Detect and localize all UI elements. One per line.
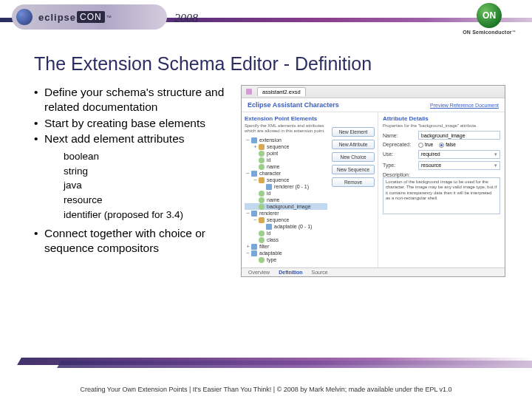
attr-icon	[259, 231, 265, 236]
attr-icon	[259, 204, 265, 210]
tab-overview[interactable]: Overview	[246, 269, 272, 276]
on-semiconductor-logo: ON ON Semiconductor™	[463, 3, 516, 35]
sub-bullet-java: java	[64, 178, 239, 193]
description-textarea[interactable]: Location of the background image to be u…	[383, 177, 500, 214]
editor-header: Eclipse Assistant Characters Preview Ref…	[242, 98, 505, 112]
new-element-button[interactable]: New Element	[332, 127, 375, 137]
editor-body: Extension Point Elements Specify the XML…	[242, 112, 505, 267]
remove-button[interactable]: Remove	[332, 177, 375, 187]
slide-title: The Extension Schema Editor - Definition	[34, 53, 532, 75]
name-label: Name:	[383, 133, 418, 138]
attr-icon	[259, 164, 265, 170]
description-label: Description:	[383, 172, 500, 177]
editor-doc-title: Eclipse Assistant Characters	[248, 101, 339, 109]
sub-bullet-resource: resource	[64, 193, 239, 208]
details-heading: Attribute Details	[383, 115, 500, 122]
on-ball-icon: ON	[477, 3, 502, 28]
sub-bullets: boolean string java resource identifier …	[64, 149, 239, 222]
element-icon	[251, 137, 257, 143]
element-icon	[251, 250, 257, 256]
logo-con-text: CON	[77, 11, 105, 23]
new-sequence-button[interactable]: New Sequence	[332, 165, 375, 174]
use-select[interactable]: required	[418, 150, 500, 159]
type-select[interactable]: resource	[418, 161, 500, 170]
logo-tm: ™	[106, 15, 112, 20]
new-choice-button[interactable]: New Choice	[332, 152, 375, 162]
attr-icon	[259, 237, 265, 243]
element-icon	[251, 244, 257, 250]
sequence-icon	[259, 217, 265, 223]
sequence-icon	[259, 177, 265, 183]
elements-desc: Specify the XML elements and attributes …	[245, 123, 327, 134]
sub-bullet-boolean: boolean	[64, 149, 239, 164]
elements-section: Extension Point Elements Specify the XML…	[242, 112, 329, 267]
slide: { "header": { "logo_main": "eclipse", "l…	[0, 0, 532, 399]
element-icon	[251, 171, 257, 177]
attr-icon	[259, 151, 265, 157]
tree-buttons: New Element New Attribute New Choice New…	[329, 112, 378, 267]
element-tree[interactable]: −extension +sequence point id name −char…	[245, 137, 327, 263]
sub-bullet-string: string	[64, 164, 239, 179]
deprecated-label: Deprecated:	[383, 142, 418, 147]
new-attribute-button[interactable]: New Attribute	[332, 140, 375, 149]
attr-icon	[259, 197, 265, 203]
bullet-3: Next add element attributes	[34, 132, 239, 146]
bullet-2: Start by creating base elements	[34, 116, 239, 131]
sequence-icon	[259, 144, 265, 150]
details-desc: Properties for the "background_image" at…	[383, 123, 500, 128]
deprecated-radio-group: true false	[418, 142, 456, 148]
bullet-column: Define your schema's structure and relat…	[34, 85, 239, 277]
tab-source[interactable]: Source	[309, 269, 330, 276]
editor-tab-bar: assistant2.exsd	[242, 86, 505, 98]
attr-icon	[259, 191, 265, 197]
attr-icon	[259, 257, 265, 263]
logo-eclipse-text: eclipse	[38, 12, 76, 23]
bullet-4: Connect together with choice or sequence…	[34, 226, 239, 256]
bullet-1: Define your schema's structure and relat…	[34, 85, 239, 115]
eclipsecon-logo: eclipse CON ™	[12, 4, 167, 30]
tree-selected-node: background_image	[245, 203, 327, 210]
deprecated-false-radio[interactable]: false	[439, 142, 456, 148]
attr-icon	[259, 157, 265, 163]
eclipse-editor-panel: assistant2.exsd Eclipse Assistant Charac…	[241, 85, 505, 277]
chevron-down-icon	[494, 151, 497, 157]
on-subtext: ON Semiconductor™	[463, 30, 516, 35]
elements-heading: Extension Point Elements	[245, 115, 327, 122]
preview-link[interactable]: Preview Reference Document	[430, 103, 499, 108]
sub-bullet-identifier: identifier (proposed for 3.4)	[64, 208, 239, 222]
slide-footer: Creating Your Own Extension Points | It'…	[0, 386, 532, 393]
use-label: Use:	[383, 151, 418, 157]
element-icon	[251, 211, 257, 216]
screenshot-panel: assistant2.exsd Eclipse Assistant Charac…	[241, 85, 505, 277]
slide-content: Define your schema's structure and relat…	[34, 85, 532, 277]
details-section: Attribute Details Properties for the "ba…	[378, 112, 505, 267]
deprecated-true-radio[interactable]: true	[418, 142, 433, 148]
logo-year: 2008	[174, 12, 198, 25]
element-icon	[266, 224, 272, 230]
name-field[interactable]: background_image	[418, 131, 500, 140]
tab-definition[interactable]: Definition	[276, 269, 304, 276]
chevron-down-icon	[494, 163, 497, 168]
slide-header: eclipse CON ™ 2008 ON ON Semiconductor™	[0, 0, 532, 34]
globe-icon	[16, 9, 33, 25]
editor-file-tab[interactable]: assistant2.exsd	[257, 87, 306, 96]
file-icon	[246, 89, 252, 95]
element-icon	[266, 184, 272, 190]
footer-band	[0, 358, 532, 377]
editor-bottom-tabs: Overview Definition Source	[242, 267, 505, 276]
type-label: Type:	[383, 163, 418, 168]
